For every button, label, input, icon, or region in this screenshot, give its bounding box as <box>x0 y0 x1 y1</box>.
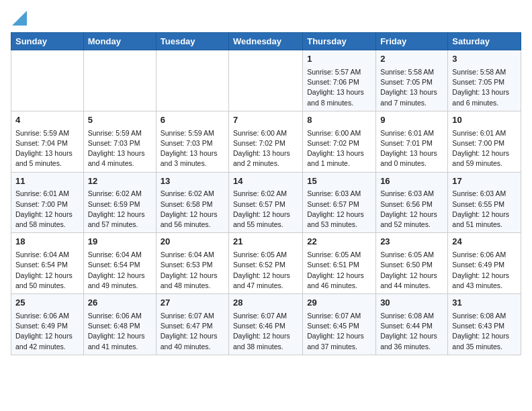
header-wednesday: Wednesday <box>229 33 303 50</box>
calendar-cell: 12Sunrise: 6:02 AMSunset: 6:59 PMDayligh… <box>83 172 156 233</box>
day-number: 3 <box>452 53 517 66</box>
day-info-line: Daylight: 12 hours <box>15 331 79 341</box>
day-info-line: Sunrise: 6:02 AM <box>88 189 152 199</box>
calendar-cell <box>11 50 84 111</box>
day-number: 26 <box>88 297 152 310</box>
day-info-line: Daylight: 12 hours <box>452 210 517 220</box>
day-number: 23 <box>380 236 443 248</box>
day-info-line: Sunrise: 6:03 AM <box>307 189 371 199</box>
day-info-line: Sunrise: 6:00 AM <box>307 128 371 138</box>
day-info-line: Daylight: 12 hours <box>233 210 298 220</box>
day-info-line: and 55 minutes. <box>233 220 298 230</box>
day-info-line: Sunset: 6:44 PM <box>380 321 443 331</box>
day-info-line: Sunset: 7:03 PM <box>88 138 152 148</box>
day-info-line: Sunrise: 6:08 AM <box>380 311 443 321</box>
day-info-line: and 58 minutes. <box>15 220 79 230</box>
calendar-header-row: SundayMondayTuesdayWednesdayThursdayFrid… <box>11 33 521 50</box>
day-info-line: and 1 minute. <box>307 158 371 169</box>
header-tuesday: Tuesday <box>156 33 228 50</box>
day-info-line: Sunset: 7:02 PM <box>307 138 371 148</box>
day-number: 5 <box>88 114 152 127</box>
day-number: 13 <box>161 175 224 188</box>
calendar-cell: 14Sunrise: 6:02 AMSunset: 6:57 PMDayligh… <box>229 172 303 233</box>
day-number: 15 <box>307 175 371 188</box>
day-info-line: and 46 minutes. <box>307 281 371 291</box>
day-info-line: Daylight: 12 hours <box>15 271 79 281</box>
calendar-cell: 17Sunrise: 6:03 AMSunset: 6:55 PMDayligh… <box>448 172 521 233</box>
day-info-line: Sunrise: 6:02 AM <box>233 189 298 199</box>
day-info-line: Sunrise: 5:57 AM <box>307 67 371 77</box>
day-number: 18 <box>15 236 79 248</box>
day-info-line: Sunrise: 5:58 AM <box>452 67 517 77</box>
day-info-line: Sunset: 6:57 PM <box>307 199 371 210</box>
day-info-line: Sunset: 7:02 PM <box>233 138 298 148</box>
calendar-cell: 5Sunrise: 5:59 AMSunset: 7:03 PMDaylight… <box>83 111 156 172</box>
logo-icon <box>12 11 27 26</box>
day-info-line: and 52 minutes. <box>380 220 443 230</box>
calendar-week-5: 25Sunrise: 6:06 AMSunset: 6:49 PMDayligh… <box>11 294 521 355</box>
day-info-line: Daylight: 13 hours <box>88 148 152 158</box>
calendar-cell: 6Sunrise: 5:59 AMSunset: 7:03 PMDaylight… <box>156 111 228 172</box>
calendar-cell: 16Sunrise: 6:03 AMSunset: 6:56 PMDayligh… <box>376 172 448 233</box>
calendar-table: SundayMondayTuesdayWednesdayThursdayFrid… <box>11 32 521 355</box>
day-info-line: and 42 minutes. <box>15 342 79 352</box>
day-info-line: and 5 minutes. <box>15 158 79 169</box>
day-info-line: Daylight: 13 hours <box>452 87 517 97</box>
day-info-line: Sunrise: 5:58 AM <box>380 67 443 77</box>
calendar-week-4: 18Sunrise: 6:04 AMSunset: 6:54 PMDayligh… <box>11 233 521 294</box>
day-info-line: and 38 minutes. <box>233 342 298 352</box>
calendar-cell: 10Sunrise: 6:01 AMSunset: 7:00 PMDayligh… <box>448 111 521 172</box>
calendar-cell: 2Sunrise: 5:58 AMSunset: 7:05 PMDaylight… <box>376 50 448 111</box>
day-info-line: and 7 minutes. <box>380 98 443 108</box>
day-info-line: Sunset: 6:57 PM <box>233 199 298 210</box>
day-info-line: Daylight: 12 hours <box>307 210 371 220</box>
day-info-line: and 2 minutes. <box>233 158 298 169</box>
day-number: 29 <box>307 297 371 310</box>
day-info-line: Daylight: 13 hours <box>380 87 443 97</box>
calendar-cell: 21Sunrise: 6:05 AMSunset: 6:52 PMDayligh… <box>229 233 303 294</box>
day-info-line: Sunrise: 6:06 AM <box>88 311 152 321</box>
day-info-line: Daylight: 12 hours <box>161 271 224 281</box>
day-info-line: Daylight: 12 hours <box>452 331 517 341</box>
day-info-line: Sunset: 7:01 PM <box>380 138 443 148</box>
day-info-line: Daylight: 12 hours <box>452 148 517 158</box>
day-info-line: Sunrise: 5:59 AM <box>161 128 224 138</box>
day-info-line: and 43 minutes. <box>452 281 517 291</box>
calendar-cell: 27Sunrise: 6:07 AMSunset: 6:47 PMDayligh… <box>156 294 228 355</box>
day-info-line: and 0 minutes. <box>380 158 443 169</box>
day-number: 9 <box>380 114 443 127</box>
calendar-cell: 4Sunrise: 5:59 AMSunset: 7:04 PMDaylight… <box>11 111 84 172</box>
day-info-line: Daylight: 12 hours <box>380 210 443 220</box>
day-info-line: Sunrise: 5:59 AM <box>15 128 79 138</box>
day-info-line: Sunrise: 6:07 AM <box>233 311 298 321</box>
calendar-cell <box>83 50 156 111</box>
header-sunday: Sunday <box>11 33 84 50</box>
day-info-line: Daylight: 13 hours <box>15 148 79 158</box>
day-number: 31 <box>452 297 517 310</box>
day-info-line: Sunrise: 6:03 AM <box>380 189 443 199</box>
day-info-line: and 35 minutes. <box>452 342 517 352</box>
day-info-line: Sunset: 6:54 PM <box>88 260 152 270</box>
day-number: 7 <box>233 114 298 127</box>
day-info-line: Daylight: 12 hours <box>88 271 152 281</box>
day-info-line: Sunrise: 6:04 AM <box>161 250 224 260</box>
day-info-line: and 3 minutes. <box>161 158 224 169</box>
day-info-line: Daylight: 12 hours <box>88 331 152 341</box>
day-number: 27 <box>161 297 224 310</box>
day-info-line: Daylight: 13 hours <box>161 148 224 158</box>
day-info-line: Sunset: 7:00 PM <box>452 138 517 148</box>
calendar-cell: 3Sunrise: 5:58 AMSunset: 7:05 PMDaylight… <box>448 50 521 111</box>
day-info-line: Daylight: 13 hours <box>307 148 371 158</box>
day-info-line: Sunrise: 6:05 AM <box>307 250 371 260</box>
day-info-line: and 6 minutes. <box>452 98 517 108</box>
day-info-line: Sunset: 6:50 PM <box>380 260 443 270</box>
day-number: 16 <box>380 175 443 188</box>
day-info-line: Daylight: 12 hours <box>88 210 152 220</box>
day-info-line: and 41 minutes. <box>88 342 152 352</box>
calendar-cell: 8Sunrise: 6:00 AMSunset: 7:02 PMDaylight… <box>303 111 376 172</box>
day-info-line: and 36 minutes. <box>380 342 443 352</box>
day-info-line: and 4 minutes. <box>88 158 152 169</box>
day-info-line: Daylight: 12 hours <box>161 331 224 341</box>
day-info-line: and 37 minutes. <box>307 342 371 352</box>
calendar-cell: 29Sunrise: 6:07 AMSunset: 6:45 PMDayligh… <box>303 294 376 355</box>
